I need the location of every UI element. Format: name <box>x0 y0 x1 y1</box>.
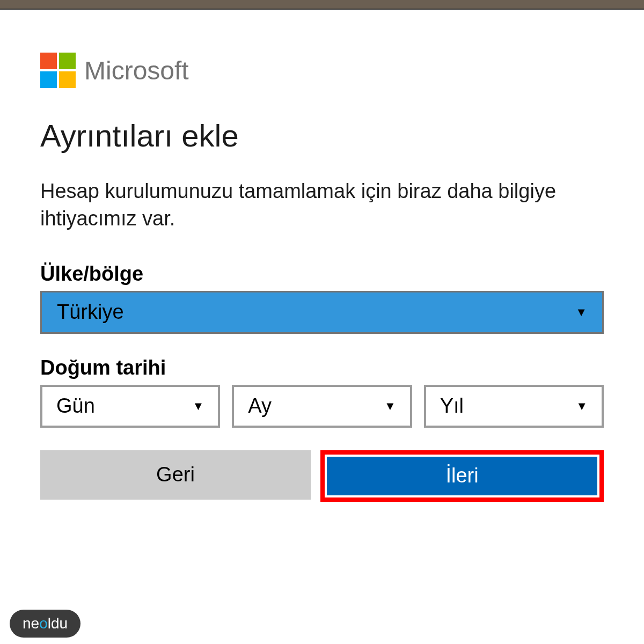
day-select[interactable]: Gün ▼ <box>40 385 220 428</box>
next-button[interactable]: İleri <box>327 457 597 495</box>
watermark-badge: neoldu <box>10 610 80 638</box>
chevron-down-icon: ▼ <box>384 399 396 413</box>
back-button[interactable]: Geri <box>40 450 311 500</box>
logo-row: Microsoft <box>40 53 604 88</box>
day-select-value: Gün <box>56 394 95 418</box>
country-select-value: Türkiye <box>57 301 124 324</box>
watermark-part1: ne <box>23 615 39 632</box>
month-select[interactable]: Ay ▼ <box>232 385 412 428</box>
chevron-down-icon: ▼ <box>575 305 587 319</box>
button-row: Geri İleri <box>40 450 604 502</box>
birthdate-label: Doğum tarihi <box>40 356 604 379</box>
main-container: Microsoft Ayrıntıları ekle Hesap kurulum… <box>0 10 644 502</box>
microsoft-logo-icon <box>40 53 76 88</box>
year-select-value: Yıl <box>440 394 464 418</box>
page-description: Hesap kurulumunuzu tamamlamak için biraz… <box>40 178 604 233</box>
brand-name: Microsoft <box>84 56 189 85</box>
birthdate-row: Gün ▼ Ay ▼ Yıl ▼ <box>40 385 604 428</box>
chevron-down-icon: ▼ <box>193 399 204 413</box>
year-select[interactable]: Yıl ▼ <box>424 385 604 428</box>
watermark-part2: ldu <box>48 615 68 632</box>
top-bar <box>0 0 644 10</box>
chevron-down-icon: ▼ <box>576 399 588 413</box>
country-label: Ülke/bölge <box>40 262 604 286</box>
back-button-label: Geri <box>156 463 195 486</box>
watermark-accent: o <box>39 615 48 632</box>
month-select-value: Ay <box>248 394 272 418</box>
country-select[interactable]: Türkiye ▼ <box>40 291 604 334</box>
next-button-label: İleri <box>445 464 478 487</box>
page-title: Ayrıntıları ekle <box>40 118 604 153</box>
next-button-highlight: İleri <box>320 450 604 502</box>
